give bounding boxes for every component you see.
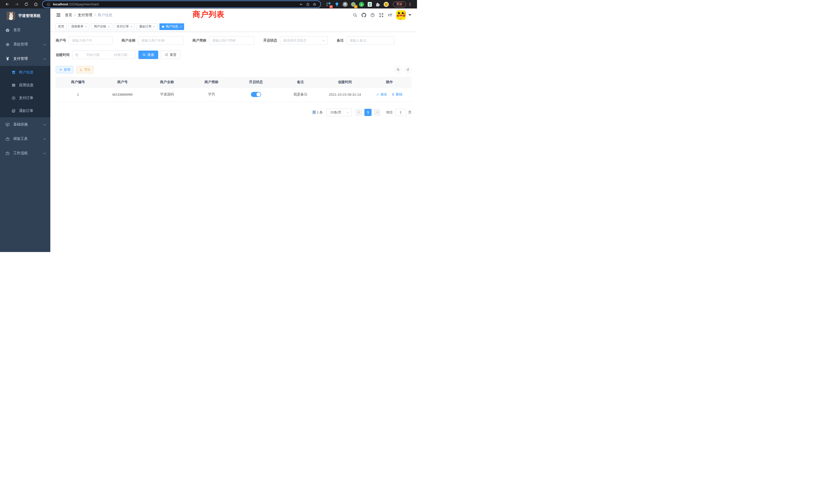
next-page-button[interactable] bbox=[374, 109, 380, 116]
page-unit-label: 页 bbox=[408, 110, 412, 115]
date-separator: - bbox=[106, 53, 107, 57]
merchant-no-input[interactable] bbox=[69, 36, 112, 45]
sidebar-item-label: 基础设施 bbox=[13, 122, 28, 127]
fullscreen-icon[interactable] bbox=[379, 13, 383, 18]
status-toggle-on[interactable] bbox=[251, 92, 261, 97]
tab-close-icon[interactable]: × bbox=[108, 25, 109, 28]
url-host: localhost bbox=[53, 2, 68, 6]
edit-link[interactable]: 修改 bbox=[376, 92, 387, 97]
avatar-caret-down-icon[interactable] bbox=[408, 14, 411, 16]
sidebar-item-system[interactable]: 系统管理 bbox=[0, 37, 50, 51]
cell-merchant-no: M233666999 bbox=[100, 87, 145, 101]
chevron-down-icon bbox=[43, 137, 46, 140]
table-header-row: 商户编号 商户号 商户全称 商户简称 开启状态 备注 创建时间 操作 bbox=[56, 77, 412, 87]
goto-label: 前往 bbox=[386, 110, 393, 115]
sidebar-item-app-info[interactable]: 应用信息 bbox=[0, 79, 50, 92]
browser-update-button[interactable]: 更新 bbox=[393, 2, 406, 7]
extension-y-icon[interactable]: y bbox=[359, 2, 364, 7]
profile-emoji-icon[interactable] bbox=[383, 2, 389, 7]
remark-input[interactable] bbox=[346, 36, 394, 45]
tab-merchant-info-active[interactable]: 商户信息 × bbox=[159, 23, 184, 30]
user-avatar[interactable] bbox=[396, 10, 406, 20]
app-title: 芋道管理系统 bbox=[18, 13, 41, 18]
refresh-table-icon[interactable] bbox=[404, 66, 412, 73]
browser-back-icon[interactable] bbox=[5, 2, 9, 6]
tab-label: 商户信息 bbox=[166, 24, 178, 29]
github-icon[interactable] bbox=[361, 13, 366, 18]
sidebar-collapse-icon[interactable] bbox=[56, 13, 61, 18]
bookmark-star-icon[interactable] bbox=[313, 3, 316, 6]
yen-icon: ¥ bbox=[5, 57, 10, 61]
tab-refund-order[interactable]: 退款订单 × bbox=[137, 23, 157, 30]
tab-pay-order[interactable]: 支付订单 × bbox=[114, 23, 135, 30]
cell-actions: 修改 删除 bbox=[367, 87, 412, 101]
search-button[interactable]: 搜索 bbox=[138, 50, 158, 59]
breadcrumb-payment[interactable]: 支付管理 bbox=[78, 13, 92, 18]
col-short-name: 商户简称 bbox=[189, 77, 234, 87]
toggle-search-icon[interactable] bbox=[394, 66, 402, 73]
tab-home[interactable]: 首页 bbox=[56, 23, 67, 30]
sidebar-item-payment[interactable]: ¥ 支付管理 bbox=[0, 51, 50, 66]
delete-link[interactable]: 删除 bbox=[392, 92, 402, 97]
sidebar-item-dev-tools[interactable]: 研发工具 bbox=[0, 132, 50, 146]
tags-view-bar: 首页 流程表单 × 用户分组 × 支付订单 × 退款订单 × bbox=[50, 22, 417, 32]
breadcrumb: 首页 / 支付管理 / 商户信息 bbox=[65, 13, 112, 18]
extension-pin-icon[interactable]: 10 bbox=[326, 2, 331, 7]
col-full-name: 商户全称 bbox=[145, 77, 189, 87]
short-name-input[interactable] bbox=[209, 36, 254, 45]
yen-circle-icon bbox=[12, 96, 16, 100]
reset-button-label: 重置 bbox=[170, 53, 176, 57]
extension-lens-icon[interactable]: 1 bbox=[351, 2, 356, 7]
sidebar-item-refund-order[interactable]: 退款订单 bbox=[0, 105, 50, 117]
tab-close-icon[interactable]: × bbox=[180, 25, 181, 28]
sidebar-item-pay-order[interactable]: 支付订单 bbox=[0, 92, 50, 105]
font-size-icon[interactable]: ᴛT bbox=[388, 13, 392, 18]
url-bar[interactable]: localhost:1024/pay/merchant bbox=[43, 1, 321, 7]
full-name-input[interactable] bbox=[138, 36, 183, 45]
add-button[interactable]: 新增 bbox=[56, 66, 73, 73]
browser-reload-icon[interactable] bbox=[24, 2, 28, 6]
tab-close-icon[interactable]: × bbox=[131, 25, 132, 28]
extensions-puzzle-icon[interactable] bbox=[375, 2, 381, 7]
table-toolbar: 新增 导出 bbox=[56, 66, 412, 73]
sidebar-item-infrastructure[interactable]: 基础设施 bbox=[0, 117, 50, 132]
grid-table-icon bbox=[12, 83, 16, 87]
total-count-rest: 1 条 bbox=[316, 110, 323, 114]
page-size-select[interactable]: 10条/页 bbox=[326, 109, 352, 116]
extension-notes-icon[interactable] bbox=[367, 2, 373, 7]
browser-menu-icon[interactable]: ⋮ bbox=[408, 2, 412, 7]
reset-button[interactable]: 重置 bbox=[161, 50, 180, 59]
app-logo-row[interactable]: 芋道管理系统 bbox=[0, 8, 50, 23]
header-search-icon[interactable] bbox=[353, 13, 357, 18]
browser-home-icon[interactable] bbox=[34, 2, 38, 6]
cell-remark: 我是备注 bbox=[278, 87, 323, 101]
tab-close-icon[interactable]: × bbox=[85, 25, 87, 28]
goto-page-input[interactable] bbox=[395, 109, 406, 116]
breadcrumb-home[interactable]: 首页 bbox=[65, 13, 72, 18]
tab-label: 首页 bbox=[58, 24, 64, 29]
export-button[interactable]: 导出 bbox=[76, 66, 94, 73]
page-info-icon[interactable] bbox=[47, 3, 50, 6]
help-icon[interactable] bbox=[370, 13, 375, 18]
prev-page-button[interactable] bbox=[355, 109, 362, 116]
sidebar-item-workflow[interactable]: 工作流程 bbox=[0, 146, 50, 160]
gear-icon bbox=[5, 42, 10, 47]
sidebar-item-home[interactable]: 首页 bbox=[0, 23, 50, 37]
extension-gem-icon[interactable] bbox=[334, 2, 340, 7]
sidebar-item-merchant-info[interactable]: 商户信息 bbox=[0, 66, 50, 79]
password-key-icon[interactable] bbox=[300, 3, 303, 6]
tab-process-form[interactable]: 流程表单 × bbox=[69, 23, 89, 30]
page-number-1[interactable]: 1 bbox=[364, 109, 372, 116]
merchant-table: 商户编号 商户号 商户全称 商户简称 开启状态 备注 创建时间 操作 1 bbox=[56, 77, 412, 102]
navbar-actions: ᴛT bbox=[349, 10, 411, 20]
create-time-range-picker[interactable]: 开始日期 - 结束日期 bbox=[72, 50, 135, 59]
total-count-selected: 共 bbox=[312, 110, 316, 114]
share-icon[interactable] bbox=[306, 3, 310, 6]
active-tab-dot bbox=[162, 26, 164, 28]
extension-command-icon[interactable]: ⌘ bbox=[342, 2, 348, 7]
tab-label: 流程表单 bbox=[71, 24, 84, 29]
tab-user-group[interactable]: 用户分组 × bbox=[91, 23, 112, 30]
browser-forward-icon[interactable] bbox=[15, 2, 19, 6]
tab-close-icon[interactable]: × bbox=[153, 25, 155, 28]
status-select[interactable]: 请选择开启状态 bbox=[280, 36, 328, 45]
